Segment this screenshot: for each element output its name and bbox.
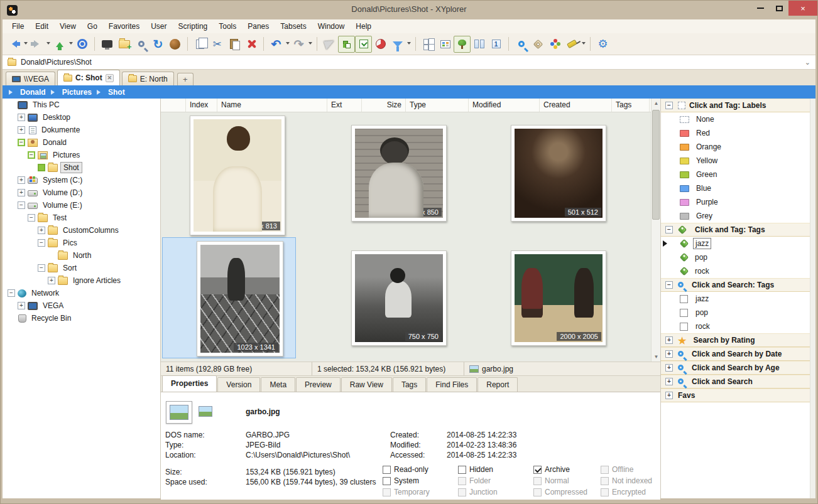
expand-icon[interactable] <box>18 189 25 196</box>
label-yellow[interactable]: Yellow <box>661 154 815 168</box>
single-pane-button[interactable]: 1 <box>488 36 504 53</box>
attribute-read-only[interactable]: Read-only <box>383 464 430 475</box>
expand-icon[interactable] <box>18 114 25 121</box>
menu-tabsets[interactable]: Tabsets <box>275 20 312 33</box>
menu-window[interactable]: Window <box>312 20 351 33</box>
breadcrumb-item-pictures[interactable]: Pictures <box>62 88 92 97</box>
catalog-section-search-by-rating[interactable]: ★Search by Rating <box>661 333 815 347</box>
catalog-section-search-by-age[interactable]: Click and Search by Age <box>661 361 815 375</box>
dual-pane-button[interactable] <box>471 36 488 53</box>
tag-pop[interactable]: pop <box>661 250 815 264</box>
collapse-icon[interactable] <box>665 281 673 289</box>
new-tab-button[interactable]: + <box>177 73 194 85</box>
tab-properties[interactable]: Properties <box>162 375 217 392</box>
catalog-section-favs[interactable]: Favs <box>661 389 815 402</box>
tree-item-donald[interactable]: Donald <box>3 136 160 149</box>
tab-preview[interactable]: Preview <box>296 377 341 392</box>
breadcrumb-arrow-icon[interactable] <box>97 90 103 95</box>
tree-toggle-button[interactable] <box>454 36 471 53</box>
breadcrumb-arrow-icon[interactable] <box>51 90 57 95</box>
column-tags[interactable]: Tags <box>612 99 650 112</box>
tree-item-system-c[interactable]: System (C:) <box>3 174 160 186</box>
back-dropdown[interactable] <box>23 36 28 53</box>
menu-scripting[interactable]: Scripting <box>173 20 214 33</box>
color-labels-button[interactable] <box>547 36 564 53</box>
expand-icon[interactable] <box>665 364 673 372</box>
collapse-icon[interactable] <box>665 102 673 109</box>
menu-panes[interactable]: Panes <box>242 20 275 33</box>
delete-button[interactable] <box>243 36 259 53</box>
address-path[interactable]: Donald\Pictures\Shot <box>21 58 805 67</box>
search-tag-jazz[interactable]: jazz <box>661 292 815 306</box>
expand-icon[interactable] <box>18 302 25 309</box>
tree-item-test[interactable]: Test <box>3 212 160 224</box>
checkbox-icon[interactable] <box>680 323 688 331</box>
expand-icon[interactable] <box>665 392 673 399</box>
thumbnail-item[interactable]: 2000 x 2005 <box>511 250 606 346</box>
collapse-icon[interactable] <box>38 239 45 247</box>
tree-item-dokumente[interactable]: Dokumente <box>3 124 160 136</box>
layout-button[interactable] <box>420 36 437 53</box>
paint-roller-button[interactable] <box>564 36 581 53</box>
tree-item-north[interactable]: North <box>3 249 160 262</box>
tab-c-shot[interactable]: C: Shot ✕ <box>57 70 120 85</box>
catalog-section-click-and-search[interactable]: Click and Search <box>661 375 815 389</box>
expand-icon[interactable] <box>665 336 673 344</box>
tree-item-customcolumns[interactable]: CustomColumns <box>3 224 160 237</box>
redo-dropdown[interactable] <box>307 36 313 53</box>
tree-item-desktop[interactable]: Desktop <box>3 111 160 124</box>
up-dropdown[interactable] <box>68 36 74 53</box>
tree-item-volume-e[interactable]: Volume (E:) <box>3 199 160 212</box>
cut-button[interactable]: ✂ <box>209 36 226 53</box>
label-none[interactable]: None <box>661 112 815 126</box>
expand-icon[interactable] <box>38 227 45 234</box>
tag-rock[interactable]: rock <box>661 264 815 278</box>
tab-version[interactable]: Version <box>217 377 260 392</box>
thumbnail-item[interactable]: 750 x 750 <box>351 250 447 346</box>
menu-user[interactable]: User <box>145 20 172 33</box>
new-folder-button[interactable] <box>116 36 133 53</box>
undo-dropdown[interactable] <box>285 36 290 53</box>
collapse-icon[interactable] <box>38 264 45 272</box>
label-green[interactable]: Green <box>661 168 815 181</box>
expand-icon[interactable] <box>665 378 673 385</box>
label-orange[interactable]: Orange <box>661 140 815 154</box>
thumbnail-item-selected[interactable]: 1023 x 1341 <box>197 241 283 357</box>
paste-button[interactable] <box>226 36 243 53</box>
breadcrumb-item-shot[interactable]: Shot <box>108 88 125 97</box>
scrollbar-thumb[interactable] <box>652 110 660 220</box>
tree-item-ignore-articles[interactable]: Ignore Articles <box>3 274 160 287</box>
menu-help[interactable]: Help <box>350 20 377 33</box>
refresh-button[interactable]: ↻ <box>150 36 166 53</box>
tree-item-shot[interactable]: Shot <box>3 161 160 174</box>
thumbnail-item[interactable]: 630 x 813 <box>190 115 285 235</box>
column-name[interactable]: Name <box>217 99 327 112</box>
thumbnail-item[interactable]: 850 x 850 <box>351 125 447 222</box>
search-button[interactable] <box>513 36 530 53</box>
forward-button[interactable] <box>28 36 45 53</box>
filter-button[interactable] <box>389 36 406 53</box>
tab-tags[interactable]: Tags <box>393 377 426 392</box>
maximize-button[interactable] <box>770 1 788 16</box>
tab-find-files[interactable]: Find Files <box>427 377 477 392</box>
tree-item-network[interactable]: Network <box>3 287 160 299</box>
catalog-section-search-by-date[interactable]: Click and Search by Date <box>661 347 815 361</box>
tree-item-pics[interactable]: Pics <box>3 237 160 249</box>
scroll-down-icon[interactable]: ▼ <box>652 352 661 362</box>
label-blue[interactable]: Blue <box>661 181 815 195</box>
column-type[interactable]: Type <box>406 99 469 112</box>
hotlist-button[interactable] <box>74 36 90 53</box>
checkbox-icon[interactable] <box>680 309 688 317</box>
collapse-icon[interactable] <box>8 289 15 297</box>
file-type-icon-large[interactable] <box>166 401 192 424</box>
collapse-icon[interactable] <box>18 139 25 146</box>
collapse-icon[interactable] <box>28 151 35 159</box>
tag-jazz[interactable]: jazz <box>661 237 815 250</box>
column-size[interactable]: Size <box>362 99 406 112</box>
tab-meta[interactable]: Meta <box>261 377 295 392</box>
column-index[interactable]: Index <box>186 99 217 112</box>
move-to-button[interactable] <box>321 36 338 53</box>
search-tag-pop[interactable]: pop <box>661 306 815 319</box>
back-button[interactable] <box>6 36 23 53</box>
forward-dropdown[interactable] <box>45 36 51 53</box>
